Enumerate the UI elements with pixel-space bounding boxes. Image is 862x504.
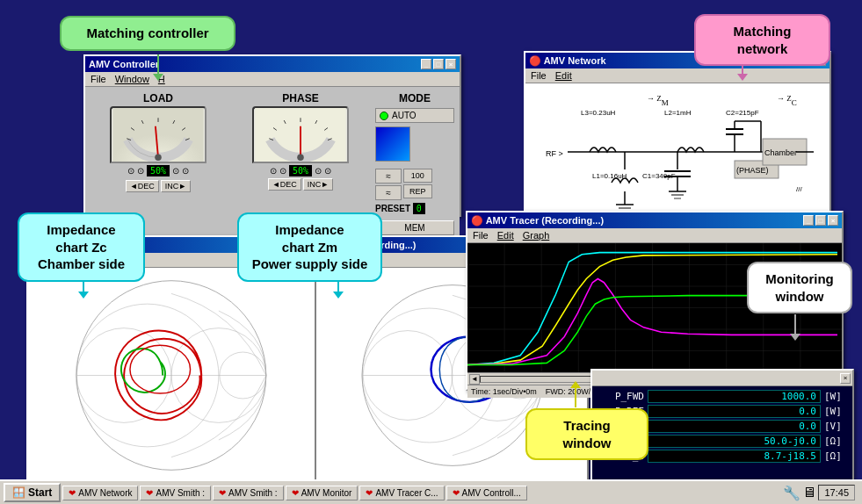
file-menu[interactable]: File [91,74,106,84]
file-menu[interactable]: File [473,230,489,241]
auto-button[interactable]: AUTO [375,108,454,123]
pfwd-value: 1000.0 [648,390,821,403]
taskbar-smith2-button[interactable]: ❤ AMV Smith : [213,486,284,500]
load-inc-button[interactable]: INC► [161,180,191,192]
vdc-unit: [V] [824,421,849,432]
mem-button[interactable]: MEM [375,220,454,235]
tray-icon2: 🖥 [802,485,816,500]
network-menubar: File Edit [525,68,829,83]
callout-tracing-window: Tracingwindow [525,408,648,460]
svg-marker-1 [153,74,163,81]
callout-monitoring-window: Monitoringwindow [747,262,852,313]
callout-matching-controller: Matching controller [60,16,235,51]
pfwd-label: P_FWD [596,391,644,402]
maximize-button[interactable]: □ [815,215,826,226]
taskbar-controller-label: AMV Controll... [462,488,521,498]
phase-value: 50% [289,165,312,176]
phase-meter-bottom: ⊙⊙ 50% ⊙⊙ [270,165,331,176]
svg-marker-3 [737,74,748,81]
callout-impedance-zm: Impedancechart ZmPower supply side [237,212,382,282]
load-value: 50% [147,165,170,176]
taskbar-tracer-button[interactable]: ❤ AMV Tracer C... [359,486,444,500]
network-window: 🔴 AMV Network _ □ × File Edit → ZM → ZC … [524,51,831,235]
preset-value: 0 [413,203,425,214]
load-dec-button[interactable]: ◄DEC [126,180,159,192]
taskbar-smith1-button[interactable]: ❤ AMV Smith : [140,486,211,500]
zm-value: 50.0-j0.0 [648,435,821,448]
taskbar-monitor-label: AMV Monitor [301,488,352,498]
heart-icon: ❤ [146,488,153,498]
taskbar-tray: 🔧 🖥 17:45 [783,485,858,501]
tray-icon1: 🔧 [783,485,800,501]
edit-menu[interactable]: Edit [555,70,572,81]
svg-text:Chamber: Chamber [764,148,797,157]
svg-marker-11 [570,381,581,388]
heart-icon: ❤ [219,488,226,498]
auto-label: AUTO [392,111,417,120]
svg-text:L2=1mH: L2=1mH [664,109,692,117]
taskbar-network-button[interactable]: ❤ AMV Network [62,486,138,500]
taskbar: 🪟 Start ❤ AMV Network ❤ AMV Smith : ❤ AM… [0,479,862,504]
svg-point-21 [155,155,162,162]
minimize-button[interactable]: _ [803,215,814,226]
close-button[interactable]: × [828,215,838,226]
svg-text:RF >: RF > [546,149,563,158]
rep-icon-button[interactable]: REP [403,184,432,198]
controller-titlebar-buttons: _ □ × [421,59,456,69]
edit-menu[interactable]: Edit [497,230,514,241]
start-button[interactable]: 🪟 Start [4,483,61,502]
phase-label: PHASE [282,92,318,104]
load-label: LOAD [143,92,173,104]
zm-unit: [Ω] [824,436,849,447]
tracer-menubar: File Edit Graph [467,228,842,243]
mode-section: MODE AUTO ≈ ≈ 100 REP PRESET 0 [375,92,454,252]
arrow-tracer [562,379,589,410]
mode-label: MODE [375,92,454,104]
callout-impedance-zc: Impedancechart ZcChamber side [18,212,145,282]
zm-zc-buttons: ≈ ≈ 100 REP [375,169,454,200]
taskbar-controller-button[interactable]: ❤ AMV Controll... [446,486,527,500]
smith-zc-body [28,268,315,483]
file-menu[interactable]: File [531,70,547,81]
load-arrows: ◄DEC INC► [126,178,191,192]
minimize-button[interactable]: _ [421,59,431,69]
scroll-left-button[interactable]: ◄ [469,374,480,385]
phase-inc-button[interactable]: INC► [303,178,333,191]
svg-text:C2=215pF: C2=215pF [726,109,759,117]
arrow-controller [141,54,176,81]
arrow-monitor [782,314,808,341]
tracer-buttons: _ □ × [803,215,838,226]
svg-text:(PHASE): (PHASE) [736,166,769,175]
monitor-titlebar: × [592,371,852,386]
svg-text:L1=0.16uH: L1=0.16uH [592,172,627,180]
pref-value: 0.0 [648,405,821,418]
zc-icon-button[interactable]: ≈ [375,185,402,200]
phase-dec-button[interactable]: ◄DEC [268,178,301,191]
graph-menu[interactable]: Graph [523,230,550,241]
taskbar-monitor-button[interactable]: ❤ AMV Monitor [286,486,359,500]
network-title: 🔴 AMV Network [529,55,606,67]
heart-icon: ❤ [292,488,299,498]
tracer-time: Time: 1sec/Div•0m [471,387,537,396]
zm-icon-button[interactable]: ≈ [375,169,402,184]
pref-unit: [W] [824,406,849,417]
close-button[interactable]: × [445,59,456,69]
close-button[interactable]: × [840,373,851,384]
svg-text:→ ZM: → ZM [647,94,669,107]
svg-text:///: /// [796,185,802,193]
load-meter-bottom: ⊙⊙ 50% ⊙⊙ [127,165,189,176]
preset-section: PRESET 0 [375,204,454,213]
vdc-value: 0.0 [648,420,821,433]
auto-led [380,112,388,120]
heart-icon: ❤ [366,488,373,498]
svg-text:→ ZC: → ZC [777,94,797,107]
zm-icon2-button[interactable]: 100 [403,169,432,183]
svg-marker-5 [78,292,89,299]
zc-value: 8.7-j18.5 [648,450,821,463]
tracer-titlebar: 🔴 AMV Tracer (Recording...) _ □ × [467,212,842,228]
svg-text:L3=0.23uH: L3=0.23uH [581,109,616,117]
maximize-button[interactable]: □ [433,59,444,69]
taskbar-tracer-label: AMV Tracer C... [375,488,438,498]
heart-icon: ❤ [453,488,460,498]
smith-zc-chart [28,268,315,483]
